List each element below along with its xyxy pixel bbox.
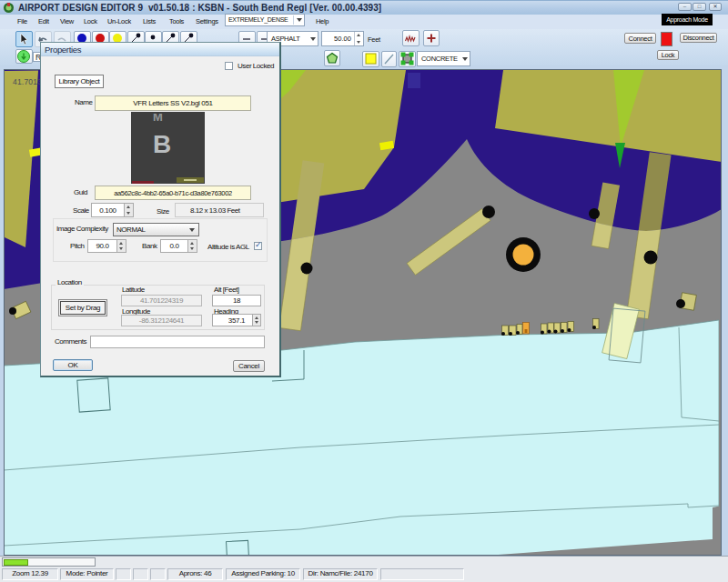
svg-text:41.7013: 41.7013 (13, 77, 42, 86)
